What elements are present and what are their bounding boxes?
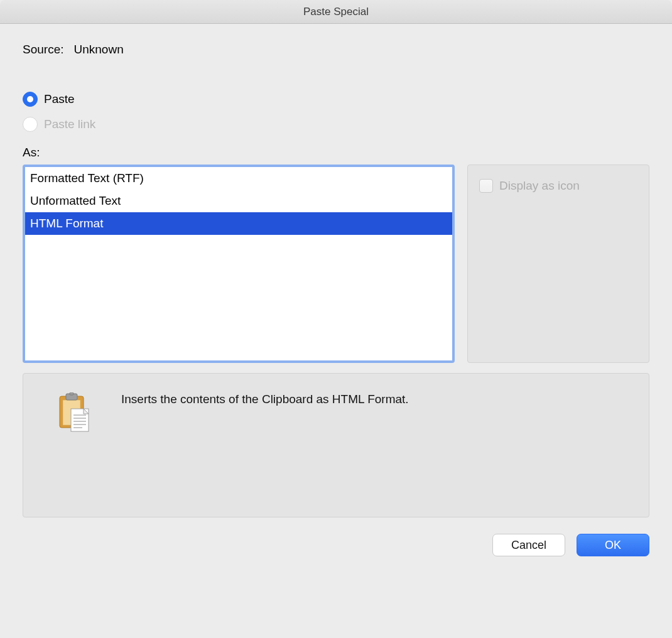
dialog-title: Paste Special — [303, 6, 369, 18]
as-label: As: — [23, 146, 649, 160]
description-panel: Inserts the contents of the Clipboard as… — [23, 373, 649, 517]
description-text: Inserts the contents of the Clipboard as… — [121, 392, 409, 502]
source-row: Source: Unknown — [23, 43, 649, 57]
cancel-button[interactable]: Cancel — [492, 534, 565, 556]
radio-paste-link-indicator — [23, 117, 38, 132]
list-item[interactable]: Unformatted Text — [25, 190, 452, 212]
list-item[interactable]: HTML Format — [25, 212, 452, 235]
source-label: Source: — [23, 43, 63, 57]
cancel-button-label: Cancel — [511, 539, 546, 552]
ok-button-label: OK — [605, 539, 621, 552]
clipboard-paste-icon — [58, 392, 91, 433]
svg-rect-3 — [70, 392, 73, 395]
radio-paste[interactable]: Paste — [23, 87, 649, 112]
paste-mode-radio-group: Paste Paste link — [23, 87, 649, 137]
display-as-icon-checkbox: Display as icon — [479, 179, 637, 193]
format-listbox[interactable]: Formatted Text (RTF) Unformatted Text HT… — [23, 165, 455, 363]
radio-paste-link: Paste link — [23, 112, 649, 137]
checkbox-box — [479, 179, 493, 193]
display-as-icon-label: Display as icon — [499, 179, 580, 193]
source-value: Unknown — [73, 43, 123, 57]
dialog-titlebar: Paste Special — [0, 0, 672, 24]
radio-paste-label: Paste — [44, 92, 75, 106]
list-item[interactable]: Formatted Text (RTF) — [25, 167, 452, 190]
display-as-icon-panel: Display as icon — [467, 165, 649, 363]
radio-paste-link-label: Paste link — [44, 117, 95, 131]
dialog-buttons: Cancel OK — [23, 534, 649, 556]
ok-button[interactable]: OK — [577, 534, 649, 556]
radio-paste-indicator — [23, 92, 38, 107]
